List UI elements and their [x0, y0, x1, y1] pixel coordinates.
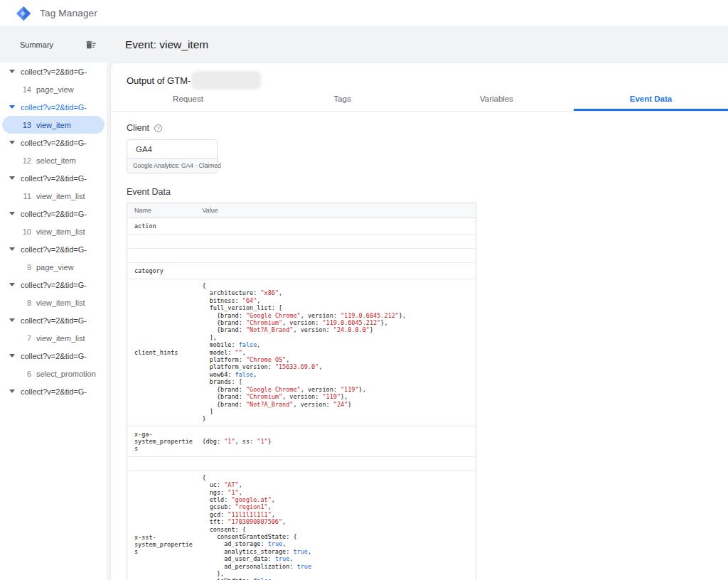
event-param-name: x-sst-system_properties — [127, 471, 196, 580]
sidebar-request-group[interactable]: collect?v=2&tid=G- — [0, 240, 107, 258]
event-name: view_item_list — [36, 192, 85, 200]
event-name: view_item_list — [36, 299, 85, 307]
help-icon[interactable]: ? — [154, 124, 162, 132]
event-sidebar: collect?v=2&tid=G-14page_viewcollect?v=2… — [0, 63, 107, 580]
sidebar-request-group[interactable]: collect?v=2&tid=G- — [0, 98, 107, 116]
request-group-label: collect?v=2&tid=G- — [21, 352, 87, 360]
table-row — [127, 456, 476, 471]
sidebar-event-view_item_list[interactable]: 8view_item_list — [2, 294, 105, 311]
event-name: view_item_list — [36, 334, 85, 343]
tab-bar: RequestTagsVariablesEvent Data — [111, 91, 728, 112]
chevron-down-icon[interactable] — [9, 247, 15, 251]
sidebar-request-group[interactable]: collect?v=2&tid=G- — [0, 347, 107, 365]
event-name: view_item_list — [36, 227, 85, 236]
event-name: select_item — [36, 156, 76, 165]
tab-event-data[interactable]: Event Data — [574, 91, 728, 111]
request-group-label: collect?v=2&tid=G- — [21, 210, 87, 218]
event-param-name: client_hints — [127, 279, 196, 426]
sidebar-event-select_item[interactable]: 12select_item — [2, 151, 105, 169]
chevron-down-icon[interactable] — [9, 390, 15, 393]
event-detail-card: Output of GTM- RequestTagsVariablesEvent… — [110, 63, 728, 580]
sidebar-event-view_promotion[interactable]: 5view_promotion — [2, 400, 105, 405]
client-description: Google Analytics: GA4 - Claimed — [127, 158, 217, 173]
request-group-label: collect?v=2&tid=G- — [21, 68, 87, 76]
tab-tags[interactable]: Tags — [265, 91, 419, 111]
chevron-down-icon[interactable] — [9, 70, 15, 73]
event-param-value — [196, 218, 476, 235]
chevron-down-icon[interactable] — [9, 141, 15, 144]
table-row — [127, 249, 476, 263]
event-param-name — [127, 456, 196, 471]
request-group-label: collect?v=2&tid=G- — [21, 245, 87, 254]
event-param-value: {dbg: "1", ss: "1"} — [196, 426, 476, 456]
chevron-down-icon[interactable] — [9, 354, 15, 358]
event-param-name: x-ga-system_properties — [127, 426, 196, 456]
event-number: 9 — [21, 263, 31, 272]
sidebar-request-group[interactable]: collect?v=2&tid=G- — [0, 169, 107, 187]
app-header: Tag Manager — [0, 0, 728, 27]
sidebar-event-view_item_list[interactable]: 11view_item_list — [2, 187, 105, 205]
table-row: action — [127, 218, 476, 235]
request-group-label: collect?v=2&tid=G- — [21, 387, 87, 396]
chevron-down-icon[interactable] — [9, 212, 15, 215]
event-name: page_view — [36, 263, 74, 272]
event-number: 12 — [21, 156, 31, 165]
sidebar-event-page_view[interactable]: 9page_view — [2, 258, 105, 276]
table-row: x-sst-system_properties{ uc: "AT", ngs: … — [127, 471, 476, 580]
event-data-table: Name Value actioncategoryclient_hints{ a… — [127, 203, 476, 580]
chevron-down-icon[interactable] — [9, 318, 15, 322]
sidebar-event-select_promotion[interactable]: 6select_promotion — [2, 365, 105, 382]
sidebar-event-page_view[interactable]: 14page_view — [2, 80, 105, 98]
sidebar-request-group[interactable]: collect?v=2&tid=G- — [0, 382, 107, 400]
request-group-label: collect?v=2&tid=G- — [21, 139, 87, 147]
column-header-name: Name — [127, 203, 196, 218]
client-card[interactable]: GA4 Google Analytics: GA4 - Claimed — [127, 139, 218, 173]
event-param-value — [196, 456, 476, 471]
request-group-label: collect?v=2&tid=G- — [21, 174, 87, 183]
sidebar-request-group[interactable]: collect?v=2&tid=G- — [0, 276, 107, 294]
event-number: 13 — [21, 121, 31, 129]
chevron-down-icon[interactable] — [9, 283, 15, 286]
event-number: 6 — [21, 370, 31, 378]
sidebar-request-group[interactable]: collect?v=2&tid=G- — [0, 63, 107, 80]
header-band: Summary Event: view_item — [0, 27, 728, 63]
sidebar-request-group[interactable]: collect?v=2&tid=G- — [0, 311, 107, 329]
tag-manager-logo-icon — [16, 6, 31, 21]
event-data-heading: Event Data — [127, 187, 728, 197]
client-section-label: Client — [127, 123, 149, 133]
event-name: page_view — [36, 85, 74, 94]
sidebar-event-view_item_list[interactable]: 10view_item_list — [2, 222, 105, 240]
event-name: select_promotion — [36, 370, 96, 378]
sidebar-request-group[interactable]: collect?v=2&tid=G- — [0, 205, 107, 222]
chevron-down-icon[interactable] — [9, 176, 15, 180]
client-name: GA4 — [127, 140, 217, 158]
app-title: Tag Manager — [40, 8, 97, 18]
event-param-value: { uc: "AT", ngs: "1", etld: "google.at",… — [196, 471, 476, 580]
sidebar-event-view_item_list[interactable]: 7view_item_list — [2, 329, 105, 347]
event-name: view_promotion — [36, 405, 91, 406]
sidebar-request-group[interactable]: collect?v=2&tid=G- — [0, 134, 107, 151]
event-param-name — [127, 249, 196, 263]
event-number: 8 — [21, 299, 31, 307]
event-number: 14 — [21, 85, 31, 94]
table-row: x-ga-system_properties{dbg: "1", ss: "1"… — [127, 426, 476, 456]
event-param-name: category — [127, 263, 196, 279]
summary-link[interactable]: Summary — [20, 41, 53, 49]
event-param-value — [196, 235, 476, 249]
redacted-container-id — [193, 72, 259, 88]
page-title: Event: view_item — [125, 38, 208, 51]
event-number: 11 — [21, 192, 31, 200]
table-row — [127, 235, 476, 249]
table-row: client_hints{ architecture: "x86", bitne… — [127, 279, 476, 426]
clear-events-icon[interactable] — [85, 39, 97, 50]
column-header-value: Value — [196, 203, 476, 218]
tab-variables[interactable]: Variables — [419, 91, 574, 111]
tab-request[interactable]: Request — [111, 91, 265, 111]
event-list: collect?v=2&tid=G-14page_viewcollect?v=2… — [0, 63, 107, 405]
request-group-label: collect?v=2&tid=G- — [21, 103, 87, 112]
sidebar-event-view_item[interactable]: 13view_item — [2, 116, 105, 134]
event-name: view_item — [36, 121, 71, 129]
event-param-value: { architecture: "x86", bitness: "64", fu… — [196, 279, 476, 426]
event-param-value — [196, 263, 476, 279]
chevron-down-icon[interactable] — [9, 105, 15, 109]
